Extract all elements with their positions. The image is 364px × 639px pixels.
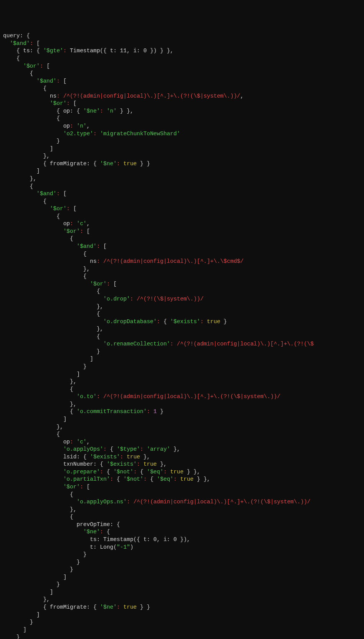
code-token: 'o.applyOps.ns' xyxy=(76,499,127,505)
code-token: [ xyxy=(70,206,76,212)
code-token: } xyxy=(3,349,100,355)
code-token: "-1" xyxy=(117,544,130,550)
code-token: { ts: { xyxy=(3,48,43,54)
code-token: 'array' xyxy=(147,446,170,452)
code-token: { xyxy=(103,529,110,535)
code-token: , xyxy=(87,439,90,445)
code-token: }, xyxy=(170,446,180,452)
code-token: { fromMigrate: { xyxy=(3,161,100,167)
code-token: ] xyxy=(3,574,66,580)
code-token: true xyxy=(170,469,184,475)
code-token xyxy=(3,529,83,535)
code-token: '$or' xyxy=(23,63,40,69)
code-token: ns xyxy=(3,258,97,264)
code-token: : xyxy=(80,228,83,234)
code-token: { xyxy=(3,491,73,498)
code-token: '$ne' xyxy=(100,604,117,610)
code-token: [ xyxy=(70,100,76,106)
code-token: true xyxy=(127,454,140,460)
code-token xyxy=(3,63,23,69)
code-token: : xyxy=(66,100,70,106)
code-token: { xyxy=(147,476,157,482)
code-token: : xyxy=(133,469,137,475)
code-token: 1 xyxy=(154,408,157,415)
code-token: /^(?!(admin|config|local)\.)[^.]+\.\$cmd… xyxy=(103,258,243,264)
code-token: { xyxy=(3,213,60,219)
code-token: { xyxy=(3,288,100,294)
code-token: { xyxy=(107,446,117,452)
code-token: { xyxy=(3,408,76,415)
code-token: : xyxy=(70,123,73,129)
code-token: }, xyxy=(3,596,50,602)
code-token: Timestamp({ t: 11, i: 0 }) } }, xyxy=(66,48,173,54)
code-token: : xyxy=(66,206,70,212)
code-token xyxy=(3,206,50,212)
code-token xyxy=(103,108,107,114)
code-token: : xyxy=(174,476,177,482)
code-token xyxy=(3,319,103,325)
code-token: op xyxy=(3,123,70,129)
code-token: 'o.partialTxn' xyxy=(63,476,110,482)
code-token: } }, xyxy=(184,469,200,475)
code-token: : xyxy=(70,439,73,445)
code-token: '$and' xyxy=(76,243,96,249)
code-token: '$or' xyxy=(63,484,80,490)
code-token: : xyxy=(56,78,60,84)
code-token: true xyxy=(207,319,220,325)
code-token: ns xyxy=(3,93,56,99)
code-token: lsid: { xyxy=(3,454,90,460)
code-token: [ xyxy=(60,78,66,84)
code-token xyxy=(3,476,63,482)
code-token: : xyxy=(70,221,73,227)
code-token xyxy=(3,100,50,106)
code-token xyxy=(150,408,154,415)
code-token: : xyxy=(100,529,103,535)
code-token: ] xyxy=(3,589,53,595)
code-token: op xyxy=(3,439,70,445)
code-token: { xyxy=(3,115,60,121)
code-token: [ xyxy=(100,243,106,249)
code-token: { xyxy=(3,70,33,76)
code-token: ] xyxy=(3,146,53,152)
code-token: }, xyxy=(3,304,103,310)
code-token: /^(?!(admin|config|local)\.)[^.]+\.(?!(\… xyxy=(63,93,240,99)
code-token xyxy=(3,393,76,400)
code-token: { xyxy=(3,236,73,242)
code-token xyxy=(100,393,103,400)
code-token: } xyxy=(3,559,80,565)
code-block: query: { '$and': [ { ts: { '$gte': Times… xyxy=(3,32,361,639)
code-token: }, xyxy=(3,424,63,430)
code-token: : xyxy=(100,469,103,475)
code-token: : xyxy=(137,461,140,467)
code-token: { xyxy=(3,55,20,61)
code-token: t: Long( xyxy=(3,544,117,550)
code-token xyxy=(3,469,63,475)
code-token xyxy=(100,258,103,264)
code-token: } } xyxy=(137,161,150,167)
code-token: { xyxy=(3,386,73,392)
code-token: true xyxy=(123,604,137,610)
code-token: }, xyxy=(3,401,76,407)
code-token: }, xyxy=(140,454,150,460)
code-token: : xyxy=(127,499,130,505)
code-token: { fromMigrate: { xyxy=(3,604,100,610)
code-token: [ xyxy=(83,228,90,234)
code-token: : xyxy=(120,454,124,460)
code-token: : xyxy=(157,319,160,325)
code-token: ] xyxy=(3,416,66,422)
code-token: , xyxy=(87,221,90,227)
code-token: { xyxy=(3,311,100,317)
code-token: }, xyxy=(3,153,50,159)
code-token: '$and' xyxy=(36,191,56,197)
code-token: }, xyxy=(3,378,76,385)
code-token: { xyxy=(3,198,46,204)
code-token: 'o.to' xyxy=(76,393,96,400)
code-token: : xyxy=(117,604,120,610)
code-token xyxy=(3,228,63,234)
code-token: : xyxy=(117,161,120,167)
code-token: [ xyxy=(83,484,90,490)
code-token: 'o.commitTransaction' xyxy=(76,408,147,415)
code-token: 'c' xyxy=(76,221,86,227)
code-token xyxy=(3,191,36,197)
code-token: '$or' xyxy=(50,206,67,212)
